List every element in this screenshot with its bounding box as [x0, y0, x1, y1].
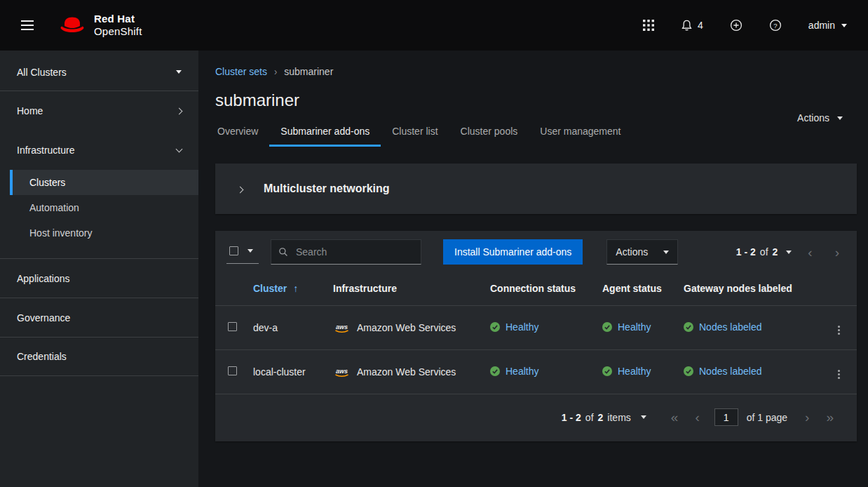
user-menu-button[interactable]: admin	[799, 14, 851, 36]
gateway-nodes-status[interactable]: Nodes labeled	[684, 321, 762, 333]
breadcrumb-link-cluster-sets[interactable]: Cluster sets	[215, 66, 267, 77]
chevron-right-icon	[237, 187, 244, 194]
pagination-menu-toggle[interactable]: 1 - 2 of 2 items	[562, 412, 646, 423]
last-page-button[interactable]: »	[820, 408, 840, 427]
clusters-table: Cluster↑ Infrastructure Connection statu…	[215, 273, 857, 394]
pagination-top: 1 - 2 of 2 ‹ ›	[736, 243, 846, 262]
masthead: Red Hat OpenShift 4	[0, 0, 868, 51]
pagination-of: of	[760, 246, 768, 258]
sidebar-item-label: Automation	[29, 202, 79, 213]
gateway-nodes-status[interactable]: Nodes labeled	[684, 366, 762, 377]
connection-status[interactable]: Healthy	[490, 321, 538, 333]
sidebar-item-label: Clusters	[29, 177, 65, 188]
table-actions-dropdown[interactable]: Actions	[606, 239, 678, 265]
next-page-button[interactable]: ›	[829, 243, 846, 262]
notification-count: 4	[698, 20, 703, 31]
infrastructure-cell: aws Amazon Web Services	[333, 322, 479, 333]
nav-toggle-button[interactable]	[17, 20, 38, 30]
prev-page-button[interactable]: ‹	[689, 408, 705, 427]
select-all-checkbox[interactable]	[229, 246, 238, 255]
page-header: Cluster sets › submariner submariner Ove…	[198, 51, 868, 147]
sidebar-item-automation[interactable]: Automation	[10, 195, 198, 220]
row-checkbox[interactable]	[228, 322, 237, 331]
first-page-button[interactable]: «	[665, 408, 685, 427]
sidebar-item-label: Applications	[17, 273, 70, 284]
breadcrumb-separator-icon: ›	[274, 66, 277, 78]
status-label: Healthy	[506, 366, 538, 377]
add-button[interactable]	[720, 13, 752, 37]
sidebar-item-clusters[interactable]: Clusters	[10, 170, 198, 195]
kebab-icon	[838, 329, 840, 331]
row-checkbox[interactable]	[228, 366, 237, 375]
row-kebab-menu-button[interactable]	[829, 316, 848, 339]
check-circle-icon	[684, 366, 693, 376]
plus-circle-icon	[730, 19, 742, 32]
sidebar-item-label: Credentials	[17, 351, 67, 362]
sidebar-item-label: Host inventory	[29, 227, 92, 239]
brand-line1: Red Hat	[94, 13, 142, 25]
chevron-down-icon	[176, 146, 183, 153]
perspective-switcher[interactable]: All Clusters	[0, 53, 198, 91]
check-circle-icon	[490, 366, 500, 376]
notifications-button[interactable]: 4	[671, 14, 713, 37]
table-row: local-cluster aws Amazon Web Services	[215, 350, 857, 394]
page-title: submariner	[215, 88, 840, 112]
pagination-of: of	[585, 412, 594, 423]
app-launcher-grid-icon	[643, 20, 654, 31]
table-toolbar: Install Submariner add-ons Actions 1 - 2…	[215, 231, 857, 273]
pagination-controls: « ‹ of 1 page › »	[665, 408, 840, 427]
header-checkbox-cell	[215, 273, 247, 306]
cluster-name: local-cluster	[247, 350, 327, 394]
question-circle-icon: ?	[769, 19, 782, 32]
tab-user-management[interactable]: User management	[529, 119, 632, 147]
app-launcher-button[interactable]	[633, 14, 664, 36]
tab-submariner-add-ons[interactable]: Submariner add-ons	[269, 119, 381, 147]
infrastructure-cell: aws Amazon Web Services	[333, 366, 479, 378]
column-header-agent-status: Agent status	[597, 273, 678, 306]
install-submariner-button[interactable]: Install Submariner add-ons	[443, 239, 583, 265]
tabs: Overview Submariner add-ons Cluster list…	[215, 119, 840, 147]
tab-cluster-pools[interactable]: Cluster pools	[449, 119, 529, 147]
sort-ascending-icon: ↑	[293, 283, 298, 294]
search-input[interactable]	[294, 246, 414, 258]
caret-down-icon	[247, 249, 253, 253]
brand-logo[interactable]: Red Hat OpenShift	[57, 13, 142, 38]
column-header-infrastructure: Infrastructure	[327, 273, 484, 306]
column-header-actions	[820, 273, 857, 306]
brand-text: Red Hat OpenShift	[94, 13, 142, 38]
prev-page-button[interactable]: ‹	[801, 243, 818, 262]
search-box	[271, 239, 421, 265]
pagination-menu-toggle[interactable]: 1 - 2 of 2	[736, 246, 792, 258]
help-button[interactable]: ?	[759, 13, 792, 37]
sidebar-item-infrastructure[interactable]: Infrastructure	[0, 131, 198, 170]
column-header-connection-status: Connection status	[484, 273, 597, 306]
sidebar-item-home[interactable]: Home	[0, 91, 198, 131]
sidebar-item-governance[interactable]: Governance	[0, 298, 198, 337]
sidebar-item-applications[interactable]: Applications	[0, 258, 198, 298]
bulk-select-dropdown[interactable]	[226, 240, 259, 264]
infrastructure-subnav: Clusters Automation Host inventory	[0, 170, 198, 246]
sidebar-item-label: Infrastructure	[17, 145, 74, 156]
check-circle-icon	[490, 322, 500, 332]
status-label: Nodes labeled	[699, 366, 762, 377]
agent-status[interactable]: Healthy	[602, 366, 651, 377]
status-label: Nodes labeled	[699, 321, 762, 333]
connection-status[interactable]: Healthy	[490, 366, 538, 377]
svg-text:aws: aws	[336, 323, 348, 331]
expand-section-button[interactable]	[233, 179, 247, 199]
pagination-total: 2	[773, 246, 778, 258]
page-actions-dropdown[interactable]: Actions	[797, 112, 843, 124]
row-kebab-menu-button[interactable]	[829, 361, 848, 383]
column-header-cluster[interactable]: Cluster↑	[247, 273, 327, 306]
column-label: Cluster	[253, 283, 287, 294]
sidebar-item-credentials[interactable]: Credentials	[0, 337, 198, 376]
redhat-fedora-icon	[57, 15, 87, 36]
tab-overview[interactable]: Overview	[215, 119, 269, 147]
page-number-input[interactable]	[714, 408, 738, 426]
next-page-button[interactable]: ›	[799, 408, 815, 427]
sidebar-item-host-inventory[interactable]: Host inventory	[10, 220, 198, 246]
tab-cluster-list[interactable]: Cluster list	[381, 119, 449, 147]
breadcrumb: Cluster sets › submariner	[215, 65, 840, 79]
pagination-total: 2	[598, 412, 604, 423]
agent-status[interactable]: Healthy	[602, 321, 651, 333]
